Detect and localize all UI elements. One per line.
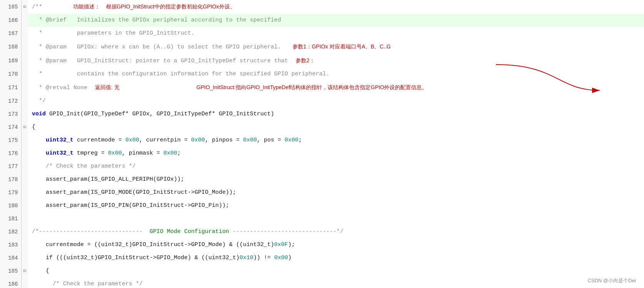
fold-icon — [21, 212, 28, 225]
table-row: 169 * @param GPIO_InitStruct: pointer to… — [0, 54, 644, 68]
line-number: 170 — [0, 68, 21, 81]
fold-icon — [21, 68, 28, 81]
table-row: 183 currentmode = ((uint32_t)GPIO_InitSt… — [0, 238, 644, 251]
line-number: 185 — [0, 265, 21, 278]
table-row: 185 ⊟ { — [0, 265, 644, 278]
line-number: 165 — [0, 0, 21, 14]
code-line: uint32_t tmpreg = 0x00, pinmask = 0x00; — [28, 147, 644, 160]
table-row: 170 * contains the configuration informa… — [0, 68, 644, 81]
code-line: /* Check the parameters */ — [28, 278, 644, 288]
table-row: 181 — [0, 212, 644, 225]
line-number: 183 — [0, 238, 21, 251]
fold-icon[interactable]: ⊟ — [21, 0, 28, 14]
line-number: 173 — [0, 108, 21, 121]
fold-icon — [21, 238, 28, 251]
code-line: */ — [28, 95, 644, 108]
code-container: 165 ⊟ /**功能描述： 根据GPIO_InitStruct中的指定参数初始… — [0, 0, 644, 288]
code-line: if (((uint32_t)GPIO_InitStruct->GPIO_Mod… — [28, 251, 644, 265]
table-row: 178 assert_param(IS_GPIO_ALL_PERIPH(GPIO… — [0, 173, 644, 186]
fold-icon — [21, 14, 28, 27]
fold-icon — [21, 40, 28, 54]
line-number: 177 — [0, 160, 21, 173]
code-line: assert_param(IS_GPIO_ALL_PERIPH(GPIOx)); — [28, 173, 644, 186]
fold-icon — [21, 186, 28, 199]
table-row: 174 ⊟ { — [0, 121, 644, 134]
fold-icon — [21, 54, 28, 68]
table-row: 180 assert_param(IS_GPIO_PIN(GPIO_InitSt… — [0, 199, 644, 212]
line-number: 179 — [0, 186, 21, 199]
code-line: * @retval None返回值: 无GPIO_InitStruct:指向GP… — [28, 81, 644, 95]
table-row: 186 /* Check the parameters */ — [0, 278, 644, 288]
fold-icon — [21, 160, 28, 173]
code-line: * @brief Initializes the GPIOx periphera… — [28, 14, 644, 27]
fold-icon[interactable]: ⊟ — [21, 121, 28, 134]
fold-icon — [21, 199, 28, 212]
fold-icon — [21, 278, 28, 288]
code-line: * @param GPIO_InitStruct: pointer to a G… — [28, 54, 644, 68]
table-row: 179 assert_param(IS_GPIO_MODE(GPIO_InitS… — [0, 186, 644, 199]
table-row: 177 /* Check the parameters */ — [0, 160, 644, 173]
annotation-171b: GPIO_InitStruct:指向GPIO_InitTypeDef结构体的指针… — [196, 84, 428, 90]
table-row: 165 ⊟ /**功能描述： 根据GPIO_InitStruct中的指定参数初始… — [0, 0, 644, 14]
fold-icon — [21, 147, 28, 160]
fold-icon[interactable]: ⊟ — [21, 265, 28, 278]
line-number: 178 — [0, 173, 21, 186]
annotation-171a: 返回值: 无 — [95, 84, 120, 90]
table-row: 171 * @retval None返回值: 无GPIO_InitStruct:… — [0, 81, 644, 95]
code-line: currentmode = ((uint32_t)GPIO_InitStruct… — [28, 238, 644, 251]
line-number: 175 — [0, 134, 21, 147]
code-line: { — [28, 265, 644, 278]
code-line: /*------------------------------ GPIO Mo… — [28, 225, 644, 238]
table-row: 176 uint32_t tmpreg = 0x00, pinmask = 0x… — [0, 147, 644, 160]
table-row: 175 uint32_t currentmode = 0x00, current… — [0, 134, 644, 147]
table-row: 182 /*------------------------------ GPI… — [0, 225, 644, 238]
line-number: 171 — [0, 81, 21, 95]
line-number: 181 — [0, 212, 21, 225]
code-line: * contains the configuration information… — [28, 68, 644, 81]
annotation-168: 参数1：GPIOx 对应着端口号A、B、C..G — [293, 43, 391, 50]
fold-icon — [21, 27, 28, 40]
table-row: 172 */ — [0, 95, 644, 108]
fold-icon — [21, 134, 28, 147]
code-table: 165 ⊟ /**功能描述： 根据GPIO_InitStruct中的指定参数初始… — [0, 0, 644, 288]
annotation-165: 功能描述： 根据GPIO_InitStruct中的指定参数初始化GPIOx外设。 — [73, 3, 235, 10]
line-number: 169 — [0, 54, 21, 68]
fold-icon — [21, 81, 28, 95]
code-line: * parameters in the GPIO_InitStruct. — [28, 27, 644, 40]
line-number: 172 — [0, 95, 21, 108]
code-line: uint32_t currentmode = 0x00, currentpin … — [28, 134, 644, 147]
line-number: 180 — [0, 199, 21, 212]
annotation-169: 参数2： — [296, 57, 315, 63]
line-number: 176 — [0, 147, 21, 160]
code-line: { — [28, 121, 644, 134]
fold-icon — [21, 108, 28, 121]
line-number: 182 — [0, 225, 21, 238]
line-number: 167 — [0, 27, 21, 40]
line-number: 186 — [0, 278, 21, 288]
fold-icon — [21, 173, 28, 186]
code-line: * @param GPIOx: where x can be (A..G) to… — [28, 40, 644, 54]
table-row: 166 * @brief Initializes the GPIOx perip… — [0, 14, 644, 27]
line-number: 174 — [0, 121, 21, 134]
line-number: 166 — [0, 14, 21, 27]
line-number: 184 — [0, 251, 21, 265]
table-row: 184 if (((uint32_t)GPIO_InitStruct->GPIO… — [0, 251, 644, 265]
fold-icon — [21, 251, 28, 265]
fold-icon — [21, 95, 28, 108]
code-line: assert_param(IS_GPIO_MODE(GPIO_InitStruc… — [28, 186, 644, 199]
table-row: 167 * parameters in the GPIO_InitStruct. — [0, 27, 644, 40]
code-line: assert_param(IS_GPIO_PIN(GPIO_InitStruct… — [28, 199, 644, 212]
code-line: /**功能描述： 根据GPIO_InitStruct中的指定参数初始化GPIOx… — [28, 0, 644, 14]
code-line: /* Check the parameters */ — [28, 160, 644, 173]
table-row: 173 void GPIO_Init(GPIO_TypeDef* GPIOx, … — [0, 108, 644, 121]
table-row: 168 * @param GPIOx: where x can be (A..G… — [0, 40, 644, 54]
watermark: CSDN @小向是个Der — [587, 277, 636, 284]
code-line — [28, 212, 644, 225]
fold-icon — [21, 225, 28, 238]
line-number: 168 — [0, 40, 21, 54]
code-line: void GPIO_Init(GPIO_TypeDef* GPIOx, GPIO… — [28, 108, 644, 121]
